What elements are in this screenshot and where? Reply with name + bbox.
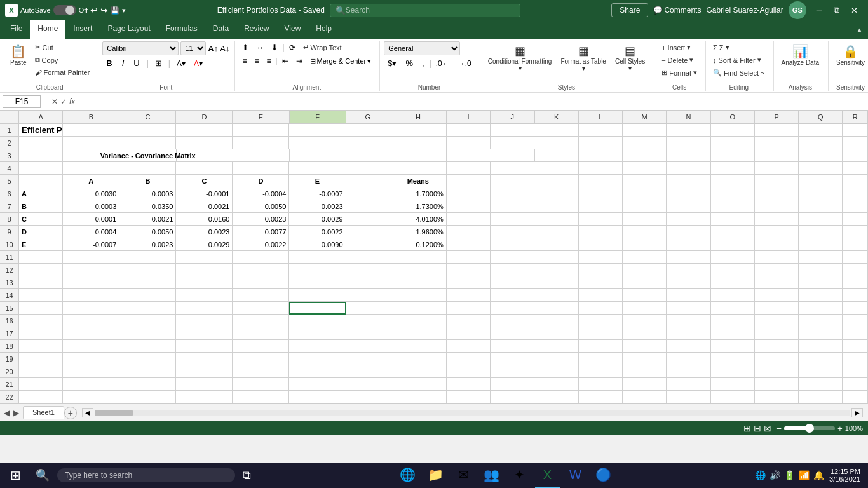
- cell-g12[interactable]: [346, 264, 390, 276]
- cell-l4[interactable]: [579, 162, 623, 175]
- ribbon-collapse-button[interactable]: ▲: [856, 26, 863, 34]
- cell-i5[interactable]: [447, 175, 491, 187]
- cell-r8[interactable]: [843, 213, 868, 226]
- cell-n6[interactable]: [667, 187, 710, 200]
- cell-a17[interactable]: [19, 327, 63, 340]
- cell-f10[interactable]: 0.0090: [289, 238, 346, 251]
- cell-i3[interactable]: [447, 149, 491, 162]
- close-button[interactable]: ✕: [846, 4, 863, 17]
- cell-n4[interactable]: [667, 162, 710, 175]
- cell-o8[interactable]: [711, 213, 755, 226]
- cell-k15[interactable]: [534, 302, 578, 315]
- cell-n2[interactable]: [667, 137, 710, 149]
- cell-h14[interactable]: [390, 289, 447, 302]
- cell-e8[interactable]: 0.0023: [233, 213, 289, 226]
- cell-r3[interactable]: [843, 149, 868, 162]
- cut-button[interactable]: ✂ Cut: [32, 41, 93, 53]
- cell-r13[interactable]: [843, 276, 868, 289]
- cell-k5[interactable]: [534, 175, 578, 187]
- cell-a14[interactable]: [19, 289, 63, 302]
- row-header-22[interactable]: 22: [0, 391, 19, 403]
- cell-h15[interactable]: [390, 302, 447, 315]
- cell-b16[interactable]: [63, 315, 119, 327]
- col-header-k[interactable]: K: [535, 111, 579, 123]
- cell-g6[interactable]: [346, 187, 390, 200]
- cell-n8[interactable]: [667, 213, 710, 226]
- cell-m12[interactable]: [623, 264, 667, 276]
- cell-l18[interactable]: [579, 340, 623, 353]
- cell-c9[interactable]: 0.0050: [119, 226, 176, 238]
- cell-e14[interactable]: [233, 289, 289, 302]
- row-header-7[interactable]: 7: [0, 200, 19, 213]
- cell-n12[interactable]: [667, 264, 710, 276]
- cell-f20[interactable]: [289, 365, 346, 378]
- cell-i11[interactable]: [447, 251, 491, 264]
- cell-k7[interactable]: [534, 200, 578, 213]
- cell-h16[interactable]: [390, 315, 447, 327]
- cell-f22[interactable]: [289, 391, 346, 403]
- currency-button[interactable]: $▾: [384, 57, 400, 69]
- cell-m17[interactable]: [623, 327, 667, 340]
- cell-c16[interactable]: [119, 315, 176, 327]
- cell-d8[interactable]: 0.0160: [176, 213, 233, 226]
- cell-d11[interactable]: [176, 251, 233, 264]
- cell-c21[interactable]: [119, 378, 176, 391]
- cell-c20[interactable]: [119, 365, 176, 378]
- cell-k8[interactable]: [534, 213, 578, 226]
- cell-l21[interactable]: [579, 378, 623, 391]
- cell-f12[interactable]: [289, 264, 346, 276]
- row-header-15[interactable]: 15: [0, 302, 19, 315]
- col-header-b[interactable]: B: [63, 111, 119, 123]
- cell-e6[interactable]: -0.0004: [233, 187, 289, 200]
- cell-b8[interactable]: -0.0001: [63, 213, 119, 226]
- insert-function-icon[interactable]: fx: [69, 97, 75, 106]
- cell-b7[interactable]: 0.0003: [63, 200, 119, 213]
- cell-o15[interactable]: [711, 302, 755, 315]
- scroll-tabs-right-button[interactable]: ▶: [12, 407, 20, 419]
- cell-q1[interactable]: [799, 124, 843, 137]
- cell-d16[interactable]: [176, 315, 233, 327]
- sensitivity-button[interactable]: 🔒 Sensitivity: [832, 41, 868, 69]
- font-decrease-button[interactable]: A↓: [220, 44, 229, 53]
- cell-h12[interactable]: [390, 264, 447, 276]
- tab-view[interactable]: View: [277, 20, 309, 39]
- cell-l1[interactable]: [579, 124, 623, 137]
- cell-j6[interactable]: [491, 187, 534, 200]
- cell-h6[interactable]: 1.7000%: [390, 187, 447, 200]
- cell-p5[interactable]: [755, 175, 799, 187]
- font-size-select[interactable]: 11 12: [180, 41, 206, 55]
- cell-q20[interactable]: [799, 365, 843, 378]
- cell-j8[interactable]: [491, 213, 534, 226]
- cell-c3[interactable]: Variance - Covariance Matrix: [119, 149, 177, 162]
- cell-d20[interactable]: [176, 365, 233, 378]
- cell-h21[interactable]: [390, 378, 447, 391]
- cell-i4[interactable]: [447, 162, 491, 175]
- cell-r9[interactable]: [843, 226, 868, 238]
- cell-g19[interactable]: [346, 353, 390, 365]
- row-header-8[interactable]: 8: [0, 213, 19, 226]
- cell-e4[interactable]: [233, 162, 289, 175]
- tab-file[interactable]: File: [3, 20, 30, 39]
- cell-c1[interactable]: [119, 124, 176, 137]
- cell-h1[interactable]: [390, 124, 447, 137]
- cell-k4[interactable]: [534, 162, 578, 175]
- corner-cell[interactable]: [0, 111, 19, 123]
- cell-g22[interactable]: [346, 391, 390, 403]
- cell-j7[interactable]: [491, 200, 534, 213]
- zoom-in-button[interactable]: +: [837, 424, 843, 433]
- cell-i17[interactable]: [447, 327, 491, 340]
- cell-p8[interactable]: [755, 213, 799, 226]
- cell-j17[interactable]: [491, 327, 534, 340]
- cell-j15[interactable]: [491, 302, 534, 315]
- row-header-14[interactable]: 14: [0, 289, 19, 302]
- bold-button[interactable]: B: [102, 57, 116, 69]
- italic-button[interactable]: I: [118, 57, 128, 69]
- cell-m14[interactable]: [623, 289, 667, 302]
- cell-j4[interactable]: [491, 162, 534, 175]
- cell-p13[interactable]: [755, 276, 799, 289]
- cell-r17[interactable]: [843, 327, 868, 340]
- cell-e18[interactable]: [233, 340, 289, 353]
- zoom-slider[interactable]: [784, 426, 835, 430]
- row-header-6[interactable]: 6: [0, 187, 19, 200]
- cell-f9[interactable]: 0.0022: [289, 226, 346, 238]
